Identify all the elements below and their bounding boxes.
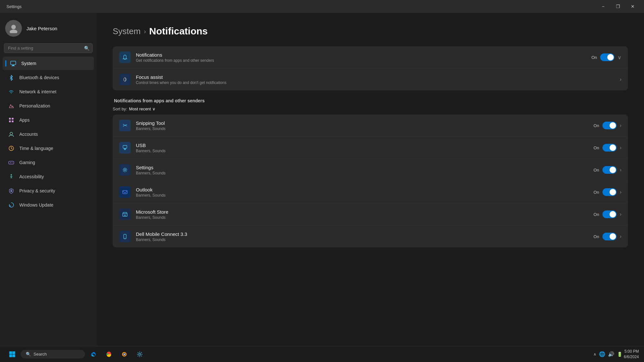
chevron-up-icon[interactable]: ∧ — [593, 352, 596, 357]
sidebar-item-gaming[interactable]: Gaming — [3, 156, 94, 169]
system-tray-icons: ∧ 🌐 🔊 🔋 — [593, 351, 622, 357]
app-row-dell-mobile[interactable]: Dell Mobile Connect 3.3 Banners, Sounds … — [113, 226, 628, 247]
svg-rect-8 — [12, 121, 14, 123]
focus-assist-desc: Control times when you do and don't get … — [136, 80, 620, 85]
settings-app-title: Settings — [136, 165, 593, 170]
app-row-settings[interactable]: Settings Banners, Sounds On › — [113, 159, 628, 181]
senders-section-title: Notifications from apps and other sender… — [114, 98, 628, 103]
taskbar-right: ∧ 🌐 🔊 🔋 5:00 PM 6/6/2024 — [593, 349, 639, 360]
sidebar-user[interactable]: Jake Peterson — [0, 16, 97, 43]
sidebar-item-personalization[interactable]: Personalization — [3, 99, 94, 113]
globe-icon[interactable]: 🌐 — [599, 351, 605, 357]
microsoft-store-toggle[interactable] — [602, 210, 617, 218]
chevron-right-icon[interactable]: › — [620, 234, 621, 239]
notifications-text: Notifications Get notifications from app… — [136, 52, 592, 63]
volume-icon[interactable]: 🔊 — [608, 351, 614, 357]
app-row-outlook[interactable]: Outlook Banners, Sounds On › — [113, 181, 628, 203]
dell-mobile-toggle[interactable] — [602, 233, 617, 240]
chevron-right-icon[interactable]: › — [620, 123, 621, 128]
taskbar-clock[interactable]: 5:00 PM 6/6/2024 — [624, 349, 639, 360]
dell-mobile-desc: Banners, Sounds — [136, 237, 593, 242]
snipping-tool-toggle[interactable] — [602, 122, 617, 129]
chevron-right-icon[interactable]: › — [620, 211, 621, 217]
taskbar-search-label: Search — [33, 352, 47, 357]
usb-controls: On › — [593, 144, 621, 152]
notifications-desc: Get notifications from apps and other se… — [136, 58, 592, 63]
sort-dropdown[interactable]: Most recent ∨ — [129, 107, 156, 111]
sidebar-item-label: Privacy & security — [19, 188, 55, 193]
sidebar-item-accounts[interactable]: Accounts — [3, 127, 94, 141]
snipping-tool-icon: ✂ — [119, 120, 131, 131]
taskbar-search[interactable]: 🔍 Search — [21, 350, 85, 358]
notifications-title: Notifications — [136, 52, 592, 58]
settings-app-desc: Banners, Sounds — [136, 171, 593, 175]
svg-point-30 — [124, 354, 125, 355]
sidebar-item-apps[interactable]: Apps — [3, 113, 94, 127]
apps-icon — [8, 116, 15, 124]
microsoft-store-controls: On › — [593, 210, 621, 218]
svg-point-12 — [12, 162, 13, 163]
usb-text: USB Banners, Sounds — [136, 143, 593, 153]
sidebar-item-accessibility[interactable]: Accessibility — [3, 170, 94, 183]
firefox-button[interactable] — [117, 347, 131, 361]
sort-value: Most recent — [129, 107, 151, 111]
svg-rect-24 — [9, 354, 12, 357]
app-row-microsoft-store[interactable]: Microsoft Store Banners, Sounds On › — [113, 203, 628, 226]
settings-app-toggle[interactable] — [602, 166, 617, 174]
edge-button[interactable] — [86, 347, 100, 361]
svg-rect-25 — [13, 354, 15, 357]
app-row-usb[interactable]: USB Banners, Sounds On › — [113, 137, 628, 159]
user-name: Jake Peterson — [26, 26, 57, 31]
sort-chevron-icon: ∨ — [152, 107, 156, 111]
settings-taskbar-button[interactable] — [133, 347, 147, 361]
breadcrumb: System › Notifications — [113, 26, 628, 37]
sidebar: Jake Peterson 🔍 System Bluetooth & devic… — [0, 13, 97, 362]
search-box[interactable]: 🔍 — [4, 43, 93, 53]
accounts-icon — [8, 131, 15, 138]
app-row-snipping-tool[interactable]: ✂ Snipping Tool Banners, Sounds On › — [113, 115, 628, 137]
minimize-button[interactable]: − — [596, 1, 611, 12]
focus-assist-row[interactable]: Focus assist Control times when you do a… — [113, 69, 628, 90]
chevron-right-icon[interactable]: › — [620, 145, 621, 151]
focus-assist-text: Focus assist Control times when you do a… — [136, 74, 620, 85]
svg-rect-11 — [9, 161, 14, 164]
notifications-row[interactable]: Notifications Get notifications from app… — [113, 46, 628, 69]
svg-point-17 — [124, 169, 126, 171]
outlook-desc: Banners, Sounds — [136, 193, 593, 198]
sidebar-item-system[interactable]: System — [3, 57, 94, 70]
svg-rect-4 — [12, 66, 15, 66]
sidebar-item-update[interactable]: Windows Update — [3, 198, 94, 212]
chevron-right-icon[interactable]: › — [620, 167, 621, 173]
svg-rect-7 — [9, 121, 11, 123]
usb-icon — [119, 142, 131, 153]
accessibility-icon — [8, 173, 15, 180]
svg-rect-5 — [9, 118, 11, 120]
title-bar-left: Settings — [4, 4, 22, 9]
svg-rect-19 — [124, 215, 126, 216]
notifications-toggle[interactable] — [600, 53, 614, 61]
restore-button[interactable]: ❐ — [611, 1, 625, 12]
snipping-tool-title: Snipping Tool — [136, 120, 593, 126]
sidebar-item-network[interactable]: Network & internet — [3, 85, 94, 98]
chevron-down-icon[interactable]: ∨ — [618, 54, 621, 60]
usb-toggle[interactable] — [602, 144, 617, 152]
battery-icon[interactable]: 🔋 — [617, 352, 622, 357]
svg-point-31 — [139, 353, 141, 355]
breadcrumb-parent[interactable]: System — [113, 26, 141, 36]
windows-start-button[interactable] — [5, 347, 19, 361]
outlook-status: On — [593, 190, 599, 195]
chrome-button[interactable] — [102, 347, 116, 361]
sidebar-item-label: System — [21, 61, 36, 66]
sidebar-item-privacy[interactable]: Privacy & security — [3, 184, 94, 198]
system-icon — [10, 60, 17, 67]
usb-desc: Banners, Sounds — [136, 149, 593, 153]
sidebar-item-bluetooth[interactable]: Bluetooth & devices — [3, 71, 94, 84]
time-icon — [8, 145, 15, 152]
settings-app-status: On — [593, 168, 599, 172]
outlook-toggle[interactable] — [602, 188, 617, 196]
sidebar-item-time[interactable]: Time & language — [3, 142, 94, 155]
chevron-right-icon[interactable]: › — [620, 77, 621, 82]
chevron-right-icon[interactable]: › — [620, 189, 621, 195]
search-input[interactable] — [4, 43, 93, 53]
close-button[interactable]: ✕ — [625, 1, 640, 12]
